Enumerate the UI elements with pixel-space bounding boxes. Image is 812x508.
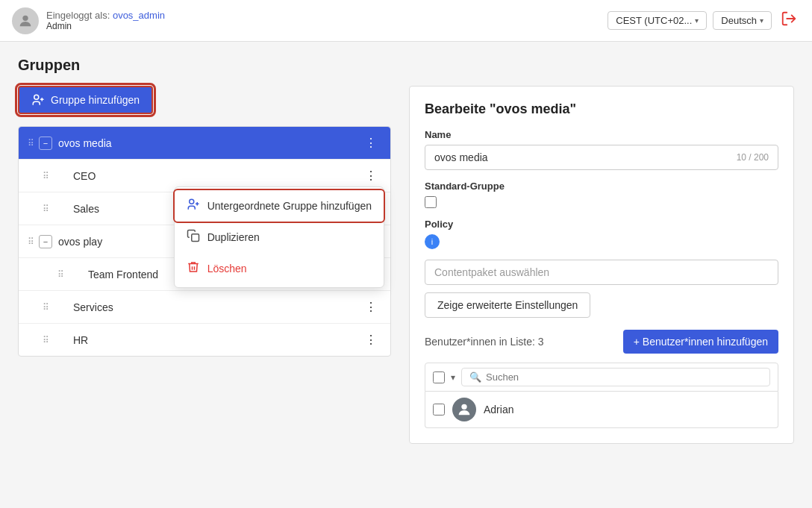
name-label: Name [425,129,778,140]
standard-group-form-group: Standard-Gruppe [425,181,778,208]
user-list-controls: ▾ 🔍 [425,363,778,392]
char-count: 10 / 200 [737,152,769,163]
add-subgroup-label: Untergeordnete Gruppe hinzufügen [207,200,372,212]
user-details: Eingeloggt als: ovos_admin Admin [46,10,165,31]
collapse-button[interactable]: − [39,137,52,150]
search-input[interactable] [486,371,762,383]
logged-in-text: Eingeloggt als: [46,10,110,21]
add-group-label: Gruppe hinzufügen [51,94,140,106]
more-options-button[interactable]: ⋮ [360,331,381,348]
collapse-button[interactable]: − [39,235,52,248]
user-checkbox[interactable] [433,404,445,416]
user-info: Eingeloggt als: ovos_admin Admin [12,7,165,34]
group-name: HR [73,334,360,346]
show-advanced-label: Zeige erweiterte Einstellungen [437,299,578,311]
users-section: Benutzer*innen in Liste: 3 + Benutzer*in… [425,330,778,428]
standard-group-checkbox-row [425,196,778,208]
user-avatar [452,398,476,421]
chevron-down-icon: ▾ [760,16,763,25]
more-options-button[interactable]: ⋮ [360,134,381,151]
main-content: Gruppen Gruppe hinzufügen ⠿ − ovos media… [0,42,812,459]
delete-label: Löschen [207,263,247,275]
users-count: Benutzer*innen in Liste: 3 [425,336,544,348]
group-list: ⠿ − ovos media ⋮ ⠿ CEO ⋮ [18,126,391,357]
drag-handle-icon: ⠿ [43,204,49,214]
context-menu-add-subgroup[interactable]: Untergeordnete Gruppe hinzufügen [175,190,384,222]
svg-point-9 [461,404,466,410]
language-value: Deutsch [721,15,757,26]
header-controls: CEST (UTC+02... ▾ Deutsch ▾ [608,7,800,34]
more-options-button[interactable]: ⋮ [360,298,381,316]
delete-icon [187,260,200,277]
user-role: Admin [46,21,165,31]
username: ovos_admin [113,10,165,21]
right-panel: Bearbeite "ovos media" Name 10 / 200 Sta… [409,86,794,444]
name-form-group: Name 10 / 200 [425,129,778,170]
group-name: Services [73,301,360,313]
avatar [12,7,39,34]
edit-title: Bearbeite "ovos media" [425,101,778,117]
group-item-hr[interactable]: ⠿ HR ⋮ [19,324,390,356]
left-panel: Gruppe hinzufügen ⠿ − ovos media ⋮ ⠿ CEO [18,86,391,444]
name-input-wrapper: 10 / 200 [425,145,778,170]
standard-group-label: Standard-Gruppe [425,181,778,192]
edit-panel: Bearbeite "ovos media" Name 10 / 200 Sta… [409,86,794,444]
user-row-adrian: Adrian [425,392,778,428]
group-name: CEO [73,170,360,182]
svg-point-2 [34,95,39,99]
context-menu-delete[interactable]: Löschen [175,253,384,284]
svg-point-0 [22,15,28,20]
user-name: Adrian [484,404,513,416]
drag-handle-icon: ⠿ [28,138,34,148]
group-item-ovos-media[interactable]: ⠿ − ovos media ⋮ [19,127,390,160]
content-layout: Gruppe hinzufügen ⠿ − ovos media ⋮ ⠿ CEO [18,86,794,444]
search-box: 🔍 [461,368,770,386]
duplicate-icon [187,229,200,245]
drag-handle-icon: ⠿ [43,171,49,181]
drag-handle-icon: ⠿ [28,236,34,247]
group-item-services[interactable]: ⠿ Services ⋮ [19,291,390,324]
drag-handle-icon: ⠿ [43,335,49,345]
page-title: Gruppen [18,57,794,74]
drag-handle-icon: ⠿ [43,302,49,313]
app-header: Eingeloggt als: ovos_admin Admin CEST (U… [0,0,812,42]
duplicate-label: Duplizieren [207,231,260,243]
add-subgroup-icon [187,198,200,214]
policy-label: Policy [425,219,778,230]
chevron-down-icon: ▾ [695,16,699,25]
add-users-button[interactable]: + Benutzer*innen hinzufügen [623,330,778,354]
logout-button[interactable] [778,7,800,34]
context-menu: Untergeordnete Gruppe hinzufügen Duplizi… [174,186,384,288]
context-menu-duplicate[interactable]: Duplizieren [175,222,384,253]
svg-point-5 [189,199,193,204]
group-name: ovos media [58,137,360,149]
timezone-selector[interactable]: CEST (UTC+02... ▾ [608,11,707,30]
policy-row: i [425,234,778,249]
drag-handle-icon: ⠿ [57,269,64,280]
search-icon: 🔍 [469,371,481,383]
add-group-button[interactable]: Gruppe hinzufügen [18,86,153,114]
content-select[interactable]: Contentpaket auswählen [425,260,778,285]
select-all-checkbox[interactable] [433,371,445,383]
language-selector[interactable]: Deutsch ▾ [713,11,772,30]
timezone-value: CEST (UTC+02... [616,15,692,26]
show-advanced-button[interactable]: Zeige erweiterte Einstellungen [425,292,590,318]
standard-group-checkbox[interactable] [425,196,437,208]
chevron-down-icon[interactable]: ▾ [451,372,455,383]
policy-indicator[interactable]: i [425,234,440,249]
content-placeholder-text: Contentpaket auswählen [434,266,549,278]
users-header: Benutzer*innen in Liste: 3 + Benutzer*in… [425,330,778,354]
add-users-label: + Benutzer*innen hinzufügen [634,336,768,348]
svg-rect-8 [191,234,199,242]
logged-in-label: Eingeloggt als: ovos_admin [46,10,165,21]
name-input[interactable] [434,151,731,163]
group-row-ceo: ⠿ CEO ⋮ Untergeordnete Gruppe hinzufügen [19,160,390,192]
more-options-button[interactable]: ⋮ [360,167,381,184]
policy-form-group: Policy i [425,219,778,249]
